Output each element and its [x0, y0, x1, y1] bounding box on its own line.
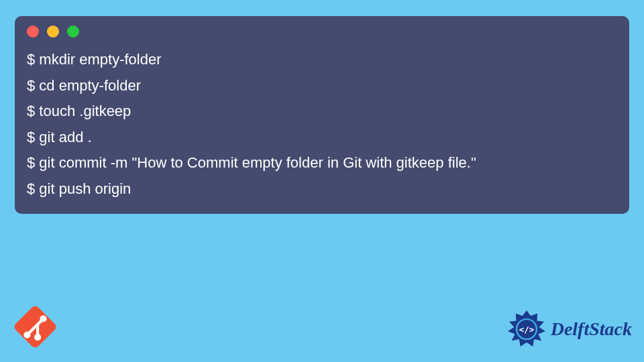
git-logo-icon	[7, 298, 64, 355]
terminal-window: $ mkdir empty-folder $ cd empty-folder $…	[15, 16, 629, 214]
terminal-line: $ git add .	[27, 125, 617, 151]
terminal-line: $ mkdir empty-folder	[27, 47, 617, 73]
svg-text:</>: </>	[519, 324, 533, 335]
minimize-icon[interactable]	[47, 25, 59, 38]
terminal-line: $ git commit -m "How to Commit empty fol…	[27, 150, 617, 176]
close-icon[interactable]	[27, 25, 39, 38]
terminal-titlebar	[15, 16, 629, 44]
maximize-icon[interactable]	[67, 25, 79, 38]
delftstack-text: DelftStack	[551, 318, 632, 340]
terminal-body: $ mkdir empty-folder $ cd empty-folder $…	[15, 44, 629, 202]
terminal-line: $ git push origin	[27, 176, 617, 202]
terminal-line: $ touch .gitkeep	[27, 99, 617, 125]
delftstack-logo: </> DelftStack	[506, 308, 632, 350]
terminal-line: $ cd empty-folder	[27, 73, 617, 99]
delftstack-seal-icon: </>	[506, 308, 547, 350]
